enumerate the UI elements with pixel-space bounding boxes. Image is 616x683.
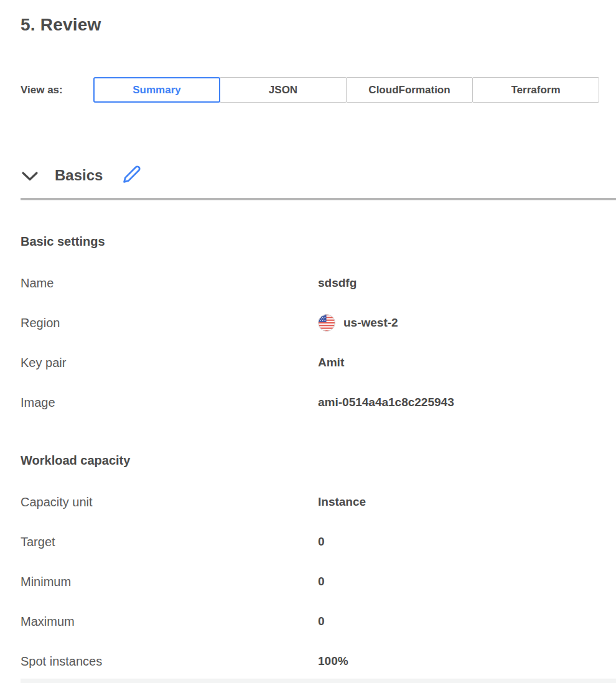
row-label: Minimum bbox=[21, 575, 318, 589]
chevron-down-icon bbox=[21, 174, 39, 184]
page-title: 5. Review bbox=[21, 15, 101, 35]
row-label: Key pair bbox=[21, 356, 318, 370]
basics-section-header: Basics bbox=[0, 164, 616, 189]
row-image: Image ami-0514a4a1c8c225943 bbox=[21, 383, 616, 422]
view-as-label: View as: bbox=[21, 77, 63, 103]
view-as-segmented-control: Summary JSON CloudFormation Terraform bbox=[93, 77, 599, 103]
region-value-text: us-west-2 bbox=[343, 316, 398, 330]
row-value: sdsdfg bbox=[318, 276, 357, 290]
row-spot-instances: Spot instances 100% bbox=[21, 641, 616, 681]
workload-capacity-heading: Workload capacity bbox=[21, 453, 130, 468]
row-name: Name sdsdfg bbox=[21, 263, 616, 303]
row-minimum: Minimum 0 bbox=[21, 562, 616, 602]
row-key-pair: Key pair Amit bbox=[21, 343, 616, 383]
row-value: ami-0514a4a1c8c225943 bbox=[318, 396, 454, 409]
row-value: us-west-2 bbox=[318, 314, 398, 332]
row-label: Name bbox=[21, 276, 318, 290]
row-target: Target 0 bbox=[21, 522, 616, 562]
row-capacity-unit: Capacity unit Instance bbox=[21, 482, 616, 522]
us-flag-icon bbox=[318, 314, 335, 332]
row-label: Target bbox=[21, 535, 318, 549]
row-label: Image bbox=[21, 396, 318, 410]
basics-section-title: Basics bbox=[55, 167, 103, 184]
row-value: 0 bbox=[318, 575, 325, 588]
tab-json[interactable]: JSON bbox=[220, 77, 347, 103]
workload-capacity-rows: Capacity unit Instance Target 0 Minimum … bbox=[21, 482, 616, 681]
row-value: 100% bbox=[318, 654, 348, 668]
row-label: Maximum bbox=[21, 615, 318, 629]
row-value: Instance bbox=[318, 495, 366, 509]
basics-divider bbox=[21, 198, 616, 200]
row-region: Region bbox=[21, 303, 616, 343]
review-step-page: 5. Review View as: Summary JSON CloudFor… bbox=[0, 0, 616, 683]
row-value: 0 bbox=[318, 615, 325, 628]
row-label: Spot instances bbox=[21, 654, 318, 669]
basic-settings-heading: Basic settings bbox=[21, 235, 105, 249]
row-label: Region bbox=[21, 316, 318, 330]
tab-terraform[interactable]: Terraform bbox=[472, 77, 599, 103]
collapse-basics-button[interactable] bbox=[21, 170, 39, 184]
edit-basics-button[interactable] bbox=[122, 165, 142, 185]
basic-settings-rows: Name sdsdfg Region bbox=[21, 263, 616, 422]
row-maximum: Maximum 0 bbox=[21, 602, 616, 641]
tab-summary[interactable]: Summary bbox=[93, 77, 220, 103]
tab-cloudformation[interactable]: CloudFormation bbox=[346, 77, 473, 103]
pencil-icon bbox=[123, 176, 141, 185]
row-value: Amit bbox=[318, 356, 344, 369]
next-section-divider bbox=[21, 679, 616, 683]
row-label: Capacity unit bbox=[21, 495, 318, 509]
row-value: 0 bbox=[318, 535, 325, 549]
